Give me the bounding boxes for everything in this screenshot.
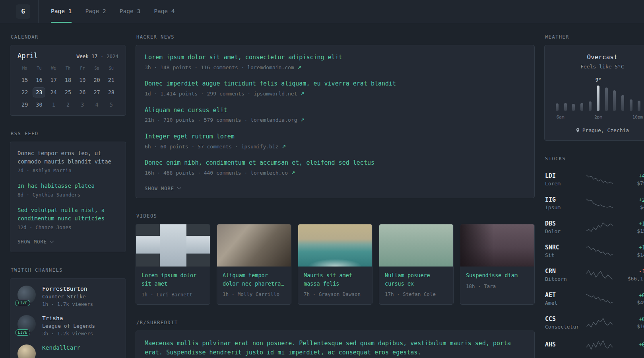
stock-name: Sit — [545, 252, 582, 258]
stock-row[interactable]: LDI Lorem +4.35% $795.18 — [545, 167, 644, 191]
stock-row[interactable]: IIG Ipsum +2.84% $42.04 — [545, 191, 644, 215]
calendar-day-header: Su — [104, 66, 118, 70]
stock-name: Bitcorn — [545, 276, 582, 282]
calendar-day[interactable]: 17 — [47, 75, 60, 85]
stock-price: $66,171.48 — [617, 276, 644, 282]
tab-page-1[interactable]: Page 1 — [51, 0, 72, 23]
video-thumbnail[interactable] — [217, 224, 291, 267]
tab-page-4[interactable]: Page 4 — [154, 0, 175, 23]
calendar-day[interactable]: 2 — [62, 99, 74, 110]
weather-location-text: Prague, Czechia — [582, 127, 629, 133]
stock-sparkline — [586, 317, 613, 328]
stock-name: Dolor — [545, 228, 582, 234]
twitch-avatar-wrap: LIVE — [17, 286, 36, 304]
calendar-day[interactable]: 25 — [62, 87, 74, 97]
hackernews-item-title[interactable]: Donec imperdiet augue tincidunt felis al… — [145, 80, 526, 88]
calendar-day[interactable]: 18 — [62, 75, 74, 85]
video-card[interactable]: Nullam posuere cursus ex 17h · Stefan Co… — [379, 224, 454, 305]
stock-row[interactable]: AHS +0.46% — [545, 335, 644, 355]
hackernews-item-meta: 16h · 468 points · 440 comments · loremt… — [145, 169, 526, 177]
hackernews-item: Lorem ipsum dolor sit amet, consectetur … — [145, 53, 526, 71]
external-link-icon[interactable]: ↗ — [291, 170, 295, 176]
external-link-icon[interactable]: ↗ — [297, 64, 302, 70]
hackernews-item-title[interactable]: Aliquam nec cursus elit — [145, 106, 526, 115]
calendar-day[interactable]: 15 — [18, 75, 31, 85]
hackernews-item-meta-text: 16h · 468 points · 440 comments · loremt… — [145, 170, 288, 176]
calendar-day[interactable]: 20 — [91, 75, 103, 85]
stock-price: $42.04 — [617, 204, 644, 210]
video-thumbnail[interactable] — [460, 224, 534, 267]
tab-page-3[interactable]: Page 3 — [120, 0, 140, 23]
video-title[interactable]: Mauris sit amet massa felis — [304, 271, 367, 288]
hackernews-show-more-button[interactable]: SHOW MORE — [145, 186, 180, 191]
video-thumbnail[interactable] — [379, 224, 453, 267]
calendar-day[interactable]: 21 — [105, 75, 118, 85]
calendar-day[interactable]: 30 — [33, 99, 45, 110]
hackernews-item-meta-text: 3h · 148 points · 116 comments · loremdo… — [145, 64, 294, 70]
twitch-channel-row[interactable]: LIVE Trisha League of Legends 3h · 1.2k … — [17, 315, 118, 337]
calendar-day[interactable]: 22 — [18, 87, 31, 97]
stock-row[interactable]: DBS Dolor +1.42% $156.28 — [545, 215, 644, 239]
video-title[interactable]: Suspendisse diam — [466, 271, 529, 279]
twitch-channel-row[interactable]: LIVE ForrestBurton Counter-Strike 1h · 1… — [17, 286, 118, 307]
external-link-icon[interactable]: ↗ — [281, 144, 286, 150]
hackernews-item: Donec enim nibh, condimentum et accumsan… — [145, 159, 526, 177]
calendar-day[interactable]: 3 — [76, 99, 89, 110]
app-logo[interactable]: G — [16, 4, 30, 19]
calendar-day[interactable]: 4 — [91, 99, 103, 110]
hackernews-item-meta-text: 1d · 1,414 points · 299 comments · ipsum… — [145, 91, 297, 97]
rss-item-title[interactable]: Donec tempor eros leo, ut commodo mauris… — [17, 149, 118, 166]
calendar-day[interactable]: 26 — [76, 87, 89, 97]
video-title[interactable]: Aliquam tempor dolor nec pharetra… — [223, 271, 285, 288]
weather-bars — [556, 86, 644, 111]
weather-chart: 9° — [556, 86, 644, 111]
video-title[interactable]: Nullam posuere cursus ex — [385, 271, 448, 288]
stock-price: $165.84 — [617, 323, 644, 329]
hackernews-item-title[interactable]: Lorem ipsum dolor sit amet, consectetur … — [145, 53, 526, 62]
weather-feels-like: Feels like 5°C — [552, 64, 644, 70]
calendar-day-header: Fr — [75, 66, 89, 70]
twitch-channel-name[interactable]: ForrestBurton — [42, 286, 93, 292]
hackernews-item-title[interactable]: Donec enim nibh, condimentum et accumsan… — [145, 159, 526, 167]
video-thumbnail[interactable] — [298, 224, 372, 267]
calendar-day[interactable]: 29 — [18, 99, 31, 110]
stock-change: +0.92% — [617, 292, 644, 298]
subreddit-post-title[interactable]: Maecenas mollis pulvinar erat non posuer… — [145, 339, 526, 358]
twitch-channel-name[interactable]: Trisha — [42, 315, 95, 321]
stock-sparkline — [586, 293, 613, 304]
video-card[interactable]: Suspendisse diam 18h · Tara — [460, 224, 535, 305]
video-card[interactable]: Mauris sit amet massa felis 7h · Grayson… — [298, 224, 372, 305]
stock-row[interactable]: CRN Bitcorn -1.00% $66,171.48 — [545, 263, 644, 287]
tab-page-2[interactable]: Page 2 — [85, 0, 106, 23]
rss-show-more-button[interactable]: SHOW MORE — [17, 239, 53, 245]
calendar-day[interactable]: 24 — [47, 87, 60, 97]
external-link-icon[interactable]: ↗ — [300, 91, 305, 97]
weather-peak-temp: 9° — [596, 77, 601, 83]
weather-bar — [605, 88, 608, 111]
calendar-day[interactable]: 27 — [91, 87, 103, 97]
calendar-day[interactable]: 16 — [33, 75, 45, 85]
video-card[interactable]: Lorem ipsum dolor sit amet consectetu… 1… — [136, 224, 210, 305]
calendar-day[interactable]: 1 — [47, 99, 60, 110]
stock-sparkline — [586, 222, 613, 233]
calendar-day[interactable]: 23 — [33, 87, 45, 97]
calendar-day[interactable]: 28 — [105, 87, 118, 97]
rss-item-title[interactable]: Sed volutpat nulla nisl, a condimentum n… — [17, 206, 118, 223]
rss-widget: RSS FEED Donec tempor eros leo, ut commo… — [10, 131, 126, 252]
video-card[interactable]: Aliquam tempor dolor nec pharetra… 1h · … — [217, 224, 291, 305]
calendar-day[interactable]: 5 — [105, 99, 118, 110]
external-link-icon[interactable]: ↗ — [300, 117, 305, 123]
twitch-channel-row[interactable]: KendallCarr — [17, 344, 118, 358]
video-thumbnail[interactable] — [136, 224, 210, 267]
calendar-day[interactable]: 19 — [76, 75, 89, 85]
weather-card: Overcast Feels like 5°C 9° 6am 2pm 10pm … — [544, 45, 644, 141]
stock-row[interactable]: AET Amet +0.92% $499.72 — [545, 287, 644, 311]
rss-item-title[interactable]: In hac habitasse platea — [17, 182, 118, 190]
rss-show-more-label: SHOW MORE — [17, 239, 47, 245]
weather-bar — [638, 101, 640, 111]
twitch-channel-name[interactable]: KendallCarr — [42, 344, 80, 351]
hackernews-item-title[interactable]: Integer eget rutrum lorem — [145, 132, 526, 141]
video-title[interactable]: Lorem ipsum dolor sit amet consectetu… — [142, 271, 204, 288]
stock-row[interactable]: SNRC Sit +1.36% $148.64 — [545, 239, 644, 263]
stock-row[interactable]: CCS Consectetur +0.51% $165.84 — [545, 311, 644, 335]
